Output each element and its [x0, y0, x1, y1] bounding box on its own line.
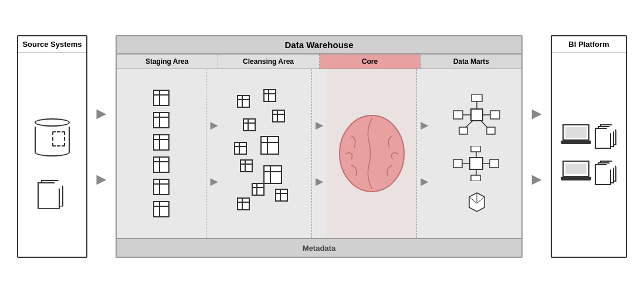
- svg-rect-11: [487, 127, 495, 134]
- laptop-icon-2: [561, 161, 591, 185]
- cleansing-table-2: [263, 89, 276, 102]
- laptop-base-2: [561, 177, 591, 180]
- cleansing-area-header: Cleansing Area: [218, 54, 320, 69]
- diagram-container: Source Systems ► ► Data Warehouse: [11, 9, 633, 284]
- data-marts-schemas: [450, 94, 503, 213]
- source-systems-label: Source Systems: [18, 36, 86, 53]
- svg-rect-14: [471, 146, 480, 152]
- svg-rect-1: [471, 109, 483, 121]
- cleansing-table-3: [272, 110, 285, 122]
- svg-rect-18: [490, 159, 499, 168]
- staging-tables: [153, 90, 170, 217]
- bi-platform-label: BI Platform: [552, 36, 626, 53]
- arrow-doc-to-staging: ►: [93, 170, 110, 189]
- staging-area-header: Staging Area: [117, 54, 218, 69]
- staging-table-5: [153, 179, 170, 195]
- staging-row5: [153, 179, 170, 195]
- bi-workstation-2: [561, 161, 617, 185]
- arrow-staging-cleansing-2: ►: [208, 174, 221, 189]
- bi-workstation-1: [561, 124, 617, 149]
- arrow-cleansing-core-1: ►: [313, 118, 326, 133]
- cleansing-table-5: [260, 136, 279, 155]
- staging-table-2: [153, 112, 170, 128]
- staging-row3: [153, 134, 170, 151]
- staging-to-cleansing-arrows: ► ►: [206, 69, 222, 238]
- laptop-icon-1: [561, 124, 591, 149]
- cleansing-table-10: [275, 189, 288, 202]
- arrow-cleansing-core-2: ►: [313, 174, 326, 189]
- document-stack-icon: [38, 177, 67, 209]
- staging-table-1: [153, 90, 170, 106]
- dw-column-headers: Staging Area Cleansing Area Core Data Ma…: [117, 54, 522, 69]
- cleansing-table-7: [240, 159, 253, 172]
- report-stack-1: [595, 125, 617, 149]
- cleansing-table-6: [234, 142, 247, 155]
- svg-rect-9: [459, 127, 467, 134]
- svg-point-0: [340, 115, 404, 192]
- metadata-bar: Metadata: [117, 238, 522, 257]
- bi-platform-box: BI Platform: [551, 35, 627, 258]
- svg-rect-16: [453, 159, 462, 168]
- data-marts-header: Data Marts: [421, 54, 521, 69]
- staging-area-col: [117, 69, 207, 238]
- arrow-db-to-staging: ►: [93, 104, 110, 123]
- bi-icons-group: [561, 53, 617, 257]
- svg-rect-20: [471, 175, 480, 181]
- cleansing-table-11: [237, 197, 250, 210]
- arrow-dw-bi-2: ►: [528, 170, 545, 189]
- source-to-dw-arrows: ► ►: [93, 104, 110, 189]
- cleansing-tables: [231, 89, 301, 218]
- cleansing-table-4: [243, 118, 256, 131]
- svg-rect-7: [490, 111, 500, 119]
- svg-rect-3: [472, 94, 482, 101]
- core-col: [327, 69, 417, 238]
- source-icons-group: [35, 70, 70, 257]
- star-schema-2: [450, 146, 503, 181]
- cleansing-area-col: [222, 69, 312, 238]
- svg-rect-5: [453, 111, 463, 119]
- staging-table-6: [153, 201, 170, 217]
- dw-content-area: ► ►: [117, 69, 522, 238]
- database-icon: [35, 118, 70, 159]
- cleansing-table-9: [252, 183, 265, 196]
- brain-icon: [334, 107, 410, 200]
- data-warehouse-container: Data Warehouse Staging Area Cleansing Ar…: [116, 35, 523, 258]
- laptop-base-1: [561, 141, 591, 144]
- dw-border: Data Warehouse Staging Area Cleansing Ar…: [116, 35, 523, 258]
- staging-row1: [153, 90, 170, 106]
- source-systems-box: Source Systems: [17, 35, 87, 258]
- cleansing-to-core-arrows: ► ►: [312, 69, 327, 238]
- arrow-dw-bi-1: ►: [528, 104, 545, 123]
- arrow-core-datamarts-1: ►: [418, 118, 431, 133]
- staging-row2: [153, 112, 170, 128]
- core-to-datamarts-arrows: ► ►: [417, 69, 432, 238]
- staging-row4: [153, 156, 170, 173]
- dw-title: Data Warehouse: [117, 36, 522, 54]
- cube-icon-1: [468, 192, 486, 213]
- laptop-screen-2: [562, 161, 589, 177]
- staging-table-3: [153, 134, 170, 151]
- arrow-core-datamarts-2: ►: [418, 174, 431, 189]
- laptop-screen-1: [562, 124, 589, 141]
- staging-table-4: [153, 156, 170, 173]
- star-schema-1: [450, 94, 503, 135]
- report-stack-2: [595, 162, 617, 185]
- arrow-staging-cleansing-1: ►: [208, 118, 221, 133]
- core-header: Core: [320, 54, 421, 69]
- cleansing-table-8: [263, 165, 282, 184]
- staging-row6: [153, 201, 170, 217]
- dw-to-bi-arrows: ► ►: [528, 104, 545, 189]
- data-marts-col: [432, 69, 522, 238]
- cleansing-table-1: [237, 95, 250, 108]
- svg-rect-12: [470, 158, 483, 169]
